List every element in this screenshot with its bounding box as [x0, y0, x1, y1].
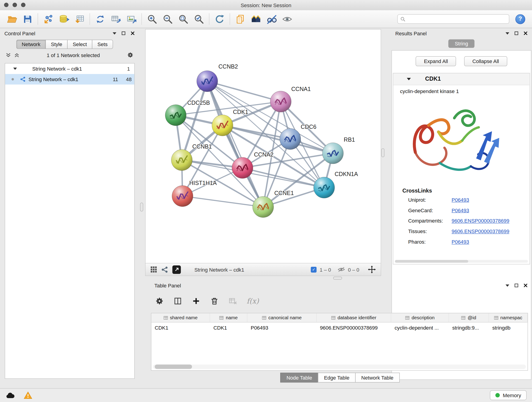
column-header-namespace[interactable]: namespac [489, 313, 528, 322]
show-hide-button[interactable] [279, 12, 295, 26]
selected-items-checkbox[interactable]: ✓ [311, 267, 317, 272]
add-column-button[interactable] [192, 297, 201, 306]
network-node-CCNA1[interactable]: CCNA1 [270, 86, 311, 112]
tab-network-table[interactable]: Network Table [355, 373, 399, 383]
toolbar-search-field[interactable] [397, 14, 509, 24]
network-node-HIST1H1A[interactable]: HIST1H1A [172, 180, 217, 207]
crosslink-row: Pharos: P06493 [393, 236, 530, 247]
results-panel-float-button[interactable] [514, 31, 519, 35]
toggle-structure-display-button[interactable] [264, 12, 279, 26]
table-options-button[interactable] [155, 297, 164, 306]
tab-node-table[interactable]: Node Table [280, 373, 318, 383]
new-table-button[interactable] [108, 12, 123, 26]
network-canvas[interactable]: CCNB2CCNA1CDC25BCDK1CDC6RB1CCNB1CCNA2CDK… [146, 30, 380, 263]
table-panel-float-button[interactable] [514, 283, 519, 288]
apply-layout-button[interactable] [212, 12, 227, 26]
tab-edge-table[interactable]: Edge Table [318, 373, 355, 383]
copy-document-button[interactable] [232, 12, 248, 26]
column-header-database-identifier[interactable]: database identifier [317, 313, 391, 322]
crosslink-link[interactable]: P06493 [452, 239, 469, 245]
tab-select[interactable]: Select [67, 40, 92, 49]
delete-column-button[interactable] [210, 297, 219, 306]
memory-button[interactable]: Memory [490, 390, 526, 400]
collapse-all-button[interactable]: Collapse All [464, 56, 507, 66]
cloud-status-button[interactable] [6, 392, 15, 399]
crosslink-link[interactable]: P06493 [452, 197, 469, 203]
import-table-file-button[interactable] [71, 12, 87, 26]
column-header-description[interactable]: description [391, 313, 449, 322]
crosslink-link[interactable]: 9606.ENSP00000378699 [452, 229, 509, 234]
zoom-fit-button[interactable] [176, 12, 191, 26]
network-row[interactable]: String Network – cdk1 11 48 [5, 74, 134, 85]
left-splitter-handle[interactable] [140, 203, 143, 211]
cell-name[interactable]: CDK1 [210, 322, 247, 332]
cell-database-identifier[interactable]: 9606.ENSP00000378699 [317, 322, 391, 332]
warnings-button[interactable] [24, 391, 32, 399]
import-network-file-button[interactable] [40, 12, 56, 26]
network-node-RB1[interactable]: RB1 [322, 136, 355, 164]
window-minimize-button[interactable] [13, 3, 17, 7]
control-panel-float-button[interactable] [121, 31, 126, 35]
detach-view-button[interactable] [172, 265, 181, 274]
help-button[interactable]: ? [515, 14, 525, 24]
expand-all-networks-button[interactable] [14, 52, 20, 58]
tab-style[interactable]: Style [45, 40, 68, 49]
birdseye-view-button[interactable] [161, 266, 168, 273]
cell-description[interactable]: cyclin-dependent ... [391, 322, 449, 332]
new-table-icon [110, 14, 121, 24]
horizontal-splitter-handle[interactable] [333, 277, 342, 280]
network-node-CCNB1[interactable]: CCNB1 [171, 143, 212, 171]
results-panel-collapse-button[interactable] [505, 32, 509, 34]
string-home-button[interactable] [248, 12, 264, 26]
crosslink-link[interactable]: 9606.ENSP00000378699 [452, 218, 509, 224]
show-columns-button[interactable] [173, 297, 182, 306]
results-panel-close-button[interactable] [524, 31, 528, 35]
column-header-canonical-name[interactable]: canonical name [247, 313, 317, 322]
clone-network-button[interactable] [92, 12, 108, 26]
window-close-button[interactable] [4, 3, 8, 7]
pan-tool-button[interactable] [368, 265, 376, 274]
table-panel-collapse-button[interactable] [505, 284, 509, 287]
search-input[interactable] [408, 16, 506, 22]
crosslink-link[interactable]: P06493 [452, 207, 469, 213]
grid-view-button[interactable] [150, 266, 157, 273]
results-tab-string[interactable]: String [448, 39, 475, 48]
import-network-database-button[interactable] [56, 12, 71, 26]
protein-card-header[interactable]: CDK1 [393, 73, 530, 85]
network-options-button[interactable] [127, 51, 134, 58]
table-panel-close-button[interactable] [524, 283, 528, 288]
zoom-in-button[interactable] [144, 12, 160, 26]
network-graph[interactable]: CCNB2CCNA1CDC25BCDK1CDC6RB1CCNB1CCNA2CDK… [146, 30, 380, 263]
function-builder-button[interactable]: f(x) [247, 297, 259, 305]
column-header-name[interactable]: name [210, 313, 247, 322]
protein-card-hscrollbar[interactable] [395, 260, 528, 263]
open-session-button[interactable] [4, 12, 20, 26]
collapse-all-networks-button[interactable] [6, 52, 11, 58]
expand-all-button[interactable]: Expand All [416, 56, 456, 66]
table-row[interactable]: CDK1 CDK1 P06493 9606.ENSP00000378699 cy… [151, 322, 527, 332]
cell-namespace[interactable]: stringdb [489, 322, 528, 332]
control-panel-collapse-button[interactable] [113, 32, 116, 34]
window-zoom-button[interactable] [21, 3, 25, 7]
export-image-button[interactable] [123, 12, 139, 26]
column-header-id[interactable]: @id [449, 313, 489, 322]
tree-disclosure-icon[interactable] [13, 68, 17, 70]
tab-network[interactable]: Network [16, 40, 46, 49]
cell-shared-name[interactable]: CDK1 [151, 322, 210, 332]
cell-canonical-name[interactable]: P06493 [247, 322, 317, 332]
save-session-button[interactable] [20, 12, 35, 26]
column-header-shared-name[interactable]: shared name [151, 313, 210, 322]
network-edge-count: 48 [118, 76, 132, 82]
zoom-selected-button[interactable] [191, 12, 207, 26]
gear-icon [127, 51, 134, 58]
protein-disclosure-icon[interactable] [407, 78, 411, 80]
tab-sets[interactable]: Sets [92, 40, 113, 49]
network-node-CDKN1A[interactable]: CDKN1A [314, 171, 358, 198]
control-panel-close-button[interactable] [131, 31, 135, 35]
table-hscrollbar[interactable] [153, 364, 526, 369]
zoom-out-button[interactable] [160, 12, 175, 26]
cell-id[interactable]: stringdb:9... [449, 322, 489, 332]
right-splitter-handle[interactable] [381, 148, 384, 157]
network-collection-row[interactable]: String Network – cdk1 1 [5, 64, 134, 74]
network-node-CCNE1[interactable]: CCNE1 [253, 190, 294, 217]
